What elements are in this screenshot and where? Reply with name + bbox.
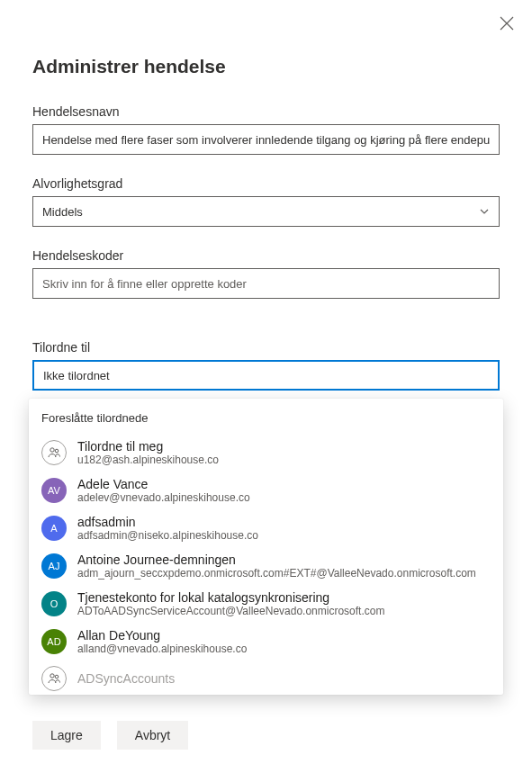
avatar: AJ bbox=[41, 553, 67, 579]
avatar: AD bbox=[41, 629, 67, 654]
suggestion-name: adfsadmin bbox=[77, 515, 258, 529]
severity-label: Alvorlighetsgrad bbox=[32, 176, 500, 191]
tags-label: Hendelseskoder bbox=[32, 248, 500, 263]
suggestion-email: adm_ajourn_seccxpdemo.onmicrosoft.com#EX… bbox=[77, 567, 476, 580]
avatar: O bbox=[41, 591, 67, 616]
incident-name-input[interactable] bbox=[32, 124, 500, 155]
suggestion-name: ADSyncAccounts bbox=[77, 671, 175, 686]
people-icon bbox=[41, 666, 67, 691]
avatar: AV bbox=[41, 478, 67, 503]
suggestion-name: Tilordne til meg bbox=[77, 439, 219, 454]
close-icon bbox=[500, 16, 514, 31]
people-icon bbox=[41, 440, 67, 465]
avatar: A bbox=[41, 516, 67, 541]
action-bar: Lagre Avbryt bbox=[32, 721, 188, 750]
suggestion-item[interactable]: AJAntoine Journee-demningenadm_ajourn_se… bbox=[29, 547, 500, 585]
suggestion-name: Tjenestekonto for lokal katalogsynkronis… bbox=[77, 590, 384, 605]
severity-select[interactable]: Middels bbox=[32, 196, 500, 227]
assign-field: Tilordne til bbox=[32, 340, 500, 391]
close-button[interactable] bbox=[500, 16, 514, 31]
assign-dropdown: Foreslåtte tilordnede Tilordne til megu1… bbox=[29, 399, 503, 695]
suggestion-email: u182@ash.alpineskihouse.co bbox=[77, 454, 219, 466]
svg-point-1 bbox=[55, 449, 59, 453]
page-title: Administrer hendelse bbox=[32, 56, 500, 77]
suggestion-name: Adele Vance bbox=[77, 477, 250, 491]
suggestion-email: adelev@vnevado.alpineskihouse.co bbox=[77, 491, 250, 504]
svg-point-0 bbox=[50, 448, 54, 452]
suggestion-item[interactable]: Aadfsadminadfsadmin@niseko.alpineskihous… bbox=[29, 509, 500, 547]
assign-input[interactable] bbox=[32, 360, 500, 391]
dropdown-header: Foreslåtte tilordnede bbox=[29, 399, 503, 434]
suggestion-email: ADToAADSyncServiceAccount@ValleeNevado.o… bbox=[77, 605, 384, 617]
suggestion-item[interactable]: Tilordne til megu182@ash.alpineskihouse.… bbox=[29, 434, 500, 472]
cancel-button[interactable]: Avbryt bbox=[117, 721, 188, 750]
suggestion-item[interactable]: ADSyncAccounts bbox=[29, 661, 500, 695]
svg-point-2 bbox=[50, 674, 54, 678]
svg-point-3 bbox=[55, 675, 59, 679]
suggestion-item[interactable]: OTjenestekonto for lokal katalogsynkroni… bbox=[29, 585, 500, 623]
suggestion-name: Antoine Journee-demningen bbox=[77, 553, 476, 567]
incident-name-field: Hendelsesnavn bbox=[32, 104, 500, 155]
tags-input[interactable] bbox=[32, 268, 500, 299]
incident-name-label: Hendelsesnavn bbox=[32, 104, 500, 119]
chevron-down-icon bbox=[479, 206, 490, 217]
save-button[interactable]: Lagre bbox=[32, 721, 101, 750]
tags-field: Hendelseskoder bbox=[32, 248, 500, 299]
severity-field: Alvorlighetsgrad Middels bbox=[32, 176, 500, 227]
suggestion-item[interactable]: AVAdele Vanceadelev@vnevado.alpineskihou… bbox=[29, 472, 500, 509]
suggestion-email: adfsadmin@niseko.alpineskihouse.co bbox=[77, 529, 258, 542]
suggestion-email: alland@vnevado.alpineskihouse.co bbox=[77, 643, 247, 655]
suggestion-name: Allan DeYoung bbox=[77, 628, 247, 643]
suggestion-item[interactable]: ADAllan DeYoungalland@vnevado.alpineskih… bbox=[29, 623, 500, 661]
severity-value: Middels bbox=[42, 205, 83, 219]
dropdown-list[interactable]: Tilordne til megu182@ash.alpineskihouse.… bbox=[29, 434, 503, 695]
assign-label: Tilordne til bbox=[32, 340, 500, 355]
